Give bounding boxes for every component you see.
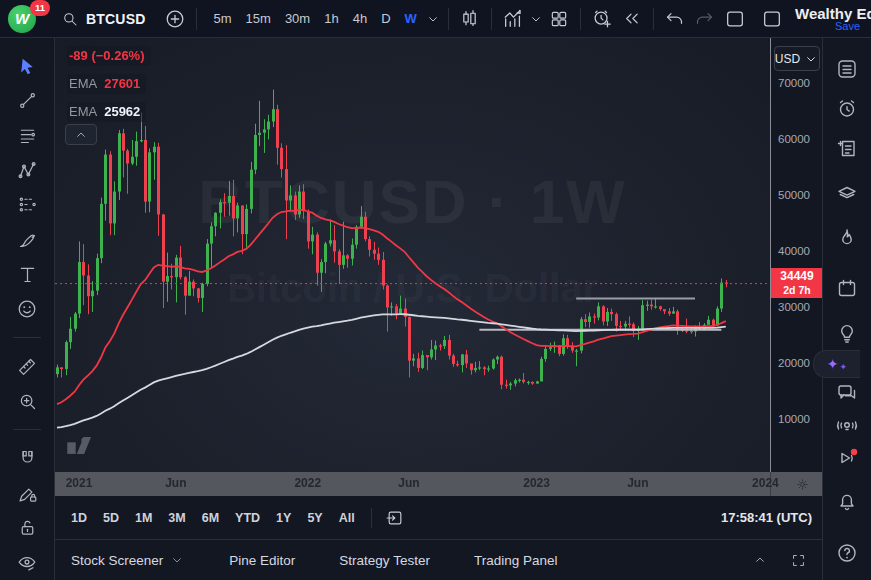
redo-icon[interactable]: [690, 4, 720, 34]
user-account[interactable]: Wealthy Edu Save: [757, 4, 871, 34]
chart-area[interactable]: BTCUSD · 1W Bitcoin / U.S. Dollar -89 (−…: [55, 38, 770, 472]
panel-tab-label: Trading Panel: [474, 553, 558, 568]
tradingview-logo[interactable]: [66, 436, 96, 455]
drawing-toolbar: [0, 38, 55, 580]
layers-icon[interactable]: [833, 180, 861, 206]
text-tool-icon[interactable]: [10, 257, 44, 292]
notification-count-badge: 11: [30, 0, 50, 16]
range-1y[interactable]: 1Y: [268, 507, 299, 529]
symbol-name: BTCUSD: [86, 11, 146, 27]
indicator-value: 27601: [104, 77, 140, 90]
panel-tab-strategy-tester[interactable]: Strategy Tester: [339, 553, 430, 568]
watchlist-icon[interactable]: [833, 56, 861, 82]
fib-lines-icon[interactable]: [10, 118, 44, 153]
lock-open-icon[interactable]: [10, 511, 44, 546]
bar-countdown: 2d 7h: [771, 284, 823, 296]
forecast-icon[interactable]: [10, 188, 44, 223]
timeframe-D[interactable]: D: [374, 8, 397, 29]
range-6m[interactable]: 6M: [194, 507, 227, 529]
range-ytd[interactable]: YTD: [227, 507, 268, 529]
save-button[interactable]: Save: [835, 20, 860, 32]
indicator-label: EMA: [69, 105, 97, 118]
price-axis-label: 70000: [771, 77, 822, 89]
range-5y[interactable]: 5Y: [299, 507, 330, 529]
time-axis-label: 2021: [66, 476, 93, 490]
layout-square-icon[interactable]: [757, 4, 787, 34]
undo-icon[interactable]: [660, 4, 690, 34]
help-icon[interactable]: [833, 540, 861, 566]
play-stream-icon[interactable]: [833, 445, 861, 471]
ai-assistant-tab[interactable]: ✦ ✦: [813, 350, 860, 378]
alarm-icon[interactable]: [833, 96, 861, 122]
timeframe-15m[interactable]: 15m: [239, 8, 278, 29]
calendar-icon[interactable]: [833, 275, 861, 301]
time-axis[interactable]: 2021Jun2022Jun2023Jun2024: [55, 472, 822, 496]
timeframe-30m[interactable]: 30m: [278, 8, 317, 29]
price-axis-label: 40000: [771, 245, 822, 257]
bulb-icon[interactable]: [833, 320, 861, 346]
draw-lock-icon[interactable]: [10, 476, 44, 511]
price-axis-label: 10000: [771, 413, 822, 425]
panel-tab-pine-editor[interactable]: Pine Editor: [229, 553, 295, 568]
indicator-value: 25962: [104, 105, 140, 118]
zoom-in-icon[interactable]: [10, 384, 44, 419]
bell-icon[interactable]: [833, 488, 861, 514]
timeframe-W[interactable]: W: [398, 8, 424, 29]
xabcd-pattern-icon[interactable]: [10, 153, 44, 188]
range-all[interactable]: All: [331, 507, 363, 529]
emoji-icon[interactable]: [10, 291, 44, 326]
legend-indicator-row[interactable]: EMA25962: [67, 102, 146, 122]
range-3m[interactable]: 3M: [160, 507, 193, 529]
range-5d[interactable]: 5D: [95, 507, 127, 529]
toolbar-separator: [448, 8, 449, 30]
last-price: 34449: [771, 270, 823, 284]
toolbar-separator: [653, 8, 654, 30]
range-1d[interactable]: 1D: [63, 507, 95, 529]
plus-circle-icon[interactable]: [160, 4, 190, 34]
chat-icon[interactable]: [833, 380, 861, 406]
alarm-plus-icon[interactable]: [587, 4, 617, 34]
maximize-icon[interactable]: [786, 548, 810, 572]
chevron-down-icon: [803, 51, 819, 67]
timeframe-4h[interactable]: 4h: [346, 8, 374, 29]
chevron-down-icon[interactable]: [424, 4, 442, 34]
trend-line-icon[interactable]: [10, 84, 44, 119]
indicators-icon[interactable]: [498, 4, 528, 34]
panel-tab-stock-screener[interactable]: Stock Screener: [71, 552, 185, 568]
range-1m[interactable]: 1M: [127, 507, 160, 529]
legend-change-row[interactable]: -89 (−0.26%): [67, 46, 151, 66]
timeframe-1h[interactable]: 1h: [317, 8, 345, 29]
price-chart-canvas[interactable]: [55, 38, 770, 472]
app-logo[interactable]: W 11: [8, 4, 42, 34]
price-axis[interactable]: USD 34449 2d 7h 700006000050000400003000…: [770, 38, 822, 472]
panel-tab-trading-panel[interactable]: Trading Panel: [474, 553, 558, 568]
currency-selector[interactable]: USD: [774, 46, 820, 71]
candles-icon[interactable]: [455, 4, 485, 34]
top-toolbar: W 11 BTCUSD 5m15m30m1h4hDW Wealthy Edu S…: [0, 0, 871, 38]
gear-icon[interactable]: [785, 473, 819, 495]
live-bulb-icon[interactable]: [833, 412, 861, 438]
chevron-up-icon[interactable]: [748, 548, 772, 572]
magnet-icon[interactable]: [10, 441, 44, 476]
flame-icon[interactable]: [833, 225, 861, 251]
cursor-icon[interactable]: [10, 49, 44, 84]
grid-layout-icon[interactable]: [544, 4, 574, 34]
symbol-search[interactable]: BTCUSD: [60, 4, 146, 34]
replay-icon[interactable]: [617, 4, 647, 34]
note-plus-icon[interactable]: [833, 135, 861, 161]
range-toolbar: 1D5D1M3M6MYTD1Y5YAll17:58:41 (UTC): [55, 496, 822, 540]
timeframe-5m[interactable]: 5m: [207, 8, 239, 29]
legend-indicator-row[interactable]: EMA27601: [67, 74, 146, 94]
chevron-down-icon[interactable]: [528, 4, 544, 34]
goto-date-icon[interactable]: [380, 503, 410, 533]
price-axis-label: 50000: [771, 189, 822, 201]
ruler-icon[interactable]: [10, 349, 44, 384]
price-axis-label: 60000: [771, 133, 822, 145]
brush-icon[interactable]: [10, 222, 44, 257]
eye-pencil-icon[interactable]: [10, 545, 44, 580]
time-axis-label: 2022: [294, 476, 321, 490]
layout-square-icon[interactable]: [720, 4, 750, 34]
legend-expand-button[interactable]: [65, 124, 97, 145]
session-clock[interactable]: 17:58:41 (UTC): [721, 510, 812, 525]
time-axis-label: Jun: [627, 476, 648, 490]
